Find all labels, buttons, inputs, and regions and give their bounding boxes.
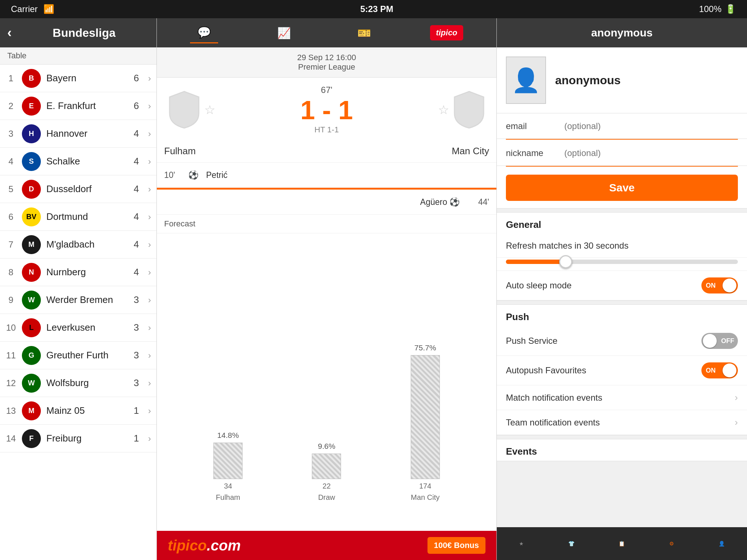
status-right: 100% 🔋 <box>699 4 736 14</box>
team-logo: W <box>22 291 41 310</box>
email-label: email <box>506 121 564 131</box>
tipico-ad[interactable]: tipico.com 100€ Bonus <box>157 531 496 560</box>
match-notif-arrow: › <box>735 392 738 403</box>
events-list: 10' ⚽ Petrić Agüero ⚽ 44' <box>157 163 496 215</box>
team-points: 4 <box>124 267 139 278</box>
team-name: Greuther Furth <box>46 350 119 361</box>
events-title: Events <box>497 439 747 461</box>
refresh-label: Refresh matches in 30 seconds <box>506 241 738 251</box>
email-input[interactable] <box>564 121 738 131</box>
home-team-shield <box>164 86 204 133</box>
bar-pct: 75.7% <box>414 343 436 352</box>
tab-icon-ticket[interactable]: 🎫 <box>350 23 378 43</box>
push-service-toggle[interactable]: OFF <box>701 333 738 349</box>
shirt-icon: 👕 <box>568 541 574 547</box>
team-row[interactable]: 3 H Hannover 4 › <box>0 120 156 148</box>
team-row[interactable]: 11 G Greuther Furth 3 › <box>0 342 156 369</box>
team-points: 4 <box>124 183 139 195</box>
save-button[interactable]: Save <box>506 175 738 201</box>
right-nav-profile[interactable]: 👤 <box>711 538 732 549</box>
chart-bar-group: 9.6% 22 Draw <box>312 442 341 502</box>
team-points: 3 <box>124 377 139 389</box>
team-logo: B <box>22 69 41 88</box>
team-chevron-icon: › <box>148 267 151 277</box>
team-chevron-icon: › <box>148 156 151 167</box>
team-row[interactable]: 12 W Wolfsburg 3 › <box>0 369 156 397</box>
team-rank: 11 <box>5 350 16 361</box>
chart-bar-group: 75.7% 174 Man City <box>411 343 440 502</box>
team-name: Wolfsburg <box>46 377 119 389</box>
tab-icon-comments[interactable]: 💬 <box>190 22 218 43</box>
slider-fill <box>506 260 564 264</box>
battery-label: 100% <box>699 4 721 14</box>
team-logo: F <box>22 429 41 448</box>
team-row[interactable]: 13 M Mainz 05 1 › <box>0 397 156 425</box>
form-section: email nickname Save <box>497 113 747 209</box>
team-row[interactable]: 4 S Schalke 4 › <box>0 148 156 175</box>
event-player-1: Petrić <box>206 170 489 180</box>
star-icon: ★ <box>519 541 524 547</box>
right-nav-tickets[interactable]: 📋 <box>611 538 632 549</box>
team-row[interactable]: 5 D Dusseldorf 4 › <box>0 175 156 203</box>
bonus-badge[interactable]: 100€ Bonus <box>427 537 486 554</box>
general-section: General Refresh matches in 30 seconds Au… <box>497 212 747 301</box>
team-chevron-icon: › <box>148 323 151 333</box>
team-name: M'gladbach <box>46 239 119 250</box>
event-row-2: Agüero ⚽ 44' <box>157 190 496 215</box>
team-name: Bayern <box>46 73 119 84</box>
bar-pct: 9.6% <box>318 442 336 451</box>
ticket-icon: 📋 <box>619 541 625 547</box>
team-points: 4 <box>124 239 139 250</box>
team-rank: 14 <box>5 433 16 444</box>
sleep-toggle-knob <box>723 279 736 292</box>
left-panel: ‹ Bundesliga Table 1 B Bayern 6 › 2 E E.… <box>0 18 157 560</box>
team-points: 4 <box>124 156 139 167</box>
right-nav-kit[interactable]: 👕 <box>561 538 582 549</box>
sleep-toggle-label: ON <box>706 282 716 289</box>
right-nav-favorites[interactable]: ★ <box>512 538 531 549</box>
email-row: email <box>497 113 747 139</box>
team-row[interactable]: 8 N Nurnberg 4 › <box>0 258 156 286</box>
team-row[interactable]: 14 F Freiburg 1 › <box>0 425 156 452</box>
push-service-row: Push Service OFF <box>497 326 747 356</box>
home-star[interactable]: ☆ <box>204 102 215 117</box>
left-panel-title: Bundesliga <box>19 26 149 40</box>
team-row[interactable]: 1 B Bayern 6 › <box>0 65 156 92</box>
team-chevron-icon: › <box>148 295 151 305</box>
back-button[interactable]: ‹ <box>7 25 12 40</box>
team-rank: 2 <box>5 101 16 111</box>
team-notif-row[interactable]: Team notification events › <box>497 410 747 435</box>
match-league: Premier League <box>162 62 491 72</box>
team-name: Dortmund <box>46 211 119 222</box>
event-time-1: 10' <box>164 170 186 180</box>
refresh-slider-container <box>497 258 747 271</box>
team-notif-arrow: › <box>735 417 738 428</box>
team-logo: BV <box>22 207 41 226</box>
team-row[interactable]: 7 M M'gladbach 4 › <box>0 231 156 258</box>
team-row[interactable]: 9 W Werder Bremen 3 › <box>0 286 156 314</box>
team-row[interactable]: 2 E E. Frankfurt 6 › <box>0 92 156 120</box>
bar-count: 174 <box>419 482 431 490</box>
right-nav-settings[interactable]: ⚙ <box>662 538 681 549</box>
tab-icon-chart[interactable]: 📈 <box>270 23 298 43</box>
autopush-toggle[interactable]: ON <box>701 362 738 378</box>
match-score: 1 - 1 <box>215 97 438 123</box>
wifi-icon: 📶 <box>43 4 54 14</box>
team-row[interactable]: 6 BV Dortmund 4 › <box>0 203 156 231</box>
away-star[interactable]: ☆ <box>438 102 449 117</box>
general-title: General <box>497 213 747 234</box>
team-logo: W <box>22 374 41 393</box>
team-row[interactable]: 10 L Leverkusen 3 › <box>0 314 156 342</box>
slider-thumb[interactable] <box>559 255 572 268</box>
bar-label: Man City <box>411 493 440 502</box>
gear-icon: ⚙ <box>669 541 674 547</box>
score-away: 1 <box>338 96 353 125</box>
team-points: 3 <box>124 322 139 333</box>
team-chevron-icon: › <box>148 73 151 83</box>
nickname-input[interactable] <box>564 148 738 158</box>
push-title: Push <box>497 305 747 326</box>
team-chevron-icon: › <box>148 406 151 416</box>
table-header: Table <box>0 47 156 65</box>
sleep-toggle[interactable]: ON <box>701 277 738 293</box>
match-notif-row[interactable]: Match notification events › <box>497 385 747 410</box>
